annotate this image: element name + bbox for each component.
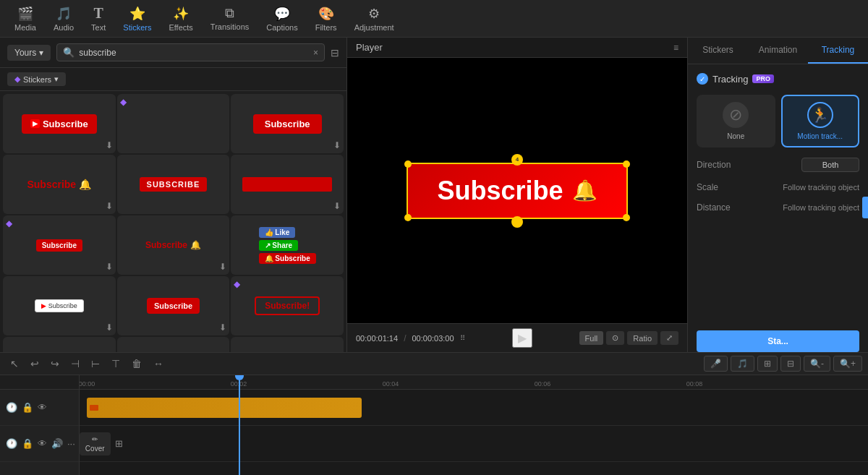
captions-icon: 💬 [274,6,290,22]
track-option-motion[interactable]: 🏃 Motion track... [781,95,860,147]
track-option-motion-label: Motion track... [797,132,843,140]
filter-button[interactable]: ⊟ [331,47,339,59]
track-type-btn[interactable]: ⊞ [757,356,778,372]
clear-search-icon[interactable]: × [313,48,318,58]
tracking-options: ⊘ None 🏃 Motion track... [697,95,859,147]
stickers-tab-icon: ◆ [14,74,20,84]
distance-label: Distance [697,202,731,213]
split-end-button[interactable]: ⊢ [87,356,104,372]
redo-button[interactable]: ↪ [46,356,64,372]
text-icon: T [94,5,103,22]
search-input[interactable] [79,48,309,58]
clock-icon: 🕐 [6,402,17,413]
subscribe-button-sticker: Subscribe 🔔 [407,163,627,219]
sticker-item[interactable]: SUBSCRIBE [117,337,230,352]
split-start-button[interactable]: ⊣ [67,356,84,372]
sticker-item[interactable]: SUBSCRIBE ⬇ [3,337,116,352]
left-panel-header: Yours ▾ 🔍 × ⊟ [0,38,346,68]
none-track-icon: ⊘ [723,102,749,128]
sticker-item[interactable]: Subscribe ⬇ [231,94,344,153]
total-time: 00:00:03:00 [412,334,454,343]
zoom-out-btn[interactable]: 🔍- [804,356,830,372]
delete-button[interactable]: 🗑 [127,356,146,372]
ratio-view-btn[interactable]: Ratio [627,331,658,345]
tab-animation[interactable]: Animation [748,38,808,64]
cover-track-label: 🕐 🔒 👁 🔊 ··· ✏ Cover ⊞ [0,426,79,462]
mic-button[interactable]: 🎤 [704,356,728,372]
player-menu-icon[interactable]: ≡ [673,43,678,53]
search-bar: 🔍 × [56,43,325,61]
toolbar-filters[interactable]: 🎨 Filters [307,3,346,35]
start-tracking-button[interactable]: Sta... [697,330,859,352]
toolbar-captions[interactable]: 💬 Captions [258,3,306,35]
left-panel-tabs: ◆ Stickers ▾ [0,68,346,91]
zoom-in-btn[interactable]: 🔍+ [833,356,862,372]
undo-button[interactable]: ↩ [26,356,43,372]
filters-icon: 🎨 [318,6,334,22]
sticker-item[interactable]: SUBSCRIBE [117,155,230,214]
player-header: Player ≡ [347,38,687,58]
play-button[interactable]: ▶ [512,328,532,348]
audio-track-btn[interactable]: 🎵 [731,356,754,372]
toolbar-text[interactable]: T Text [82,2,114,35]
toolbar-adjustment[interactable]: ⚙ Adjustment [346,3,403,35]
distance-value: Follow tracking object [783,203,859,212]
select-tool[interactable]: ↖ [6,356,23,372]
toolbar-stickers[interactable]: ⭐ Stickers [114,3,160,35]
track-settings-btn[interactable]: ⊟ [780,356,801,372]
lock-icon-2: 🔒 [22,438,33,449]
video-clip[interactable] [87,398,362,418]
stickers-tab[interactable]: ◆ Stickers ▾ [7,72,66,86]
yours-dropdown[interactable]: Yours ▾ [7,45,51,61]
sticker-item[interactable]: Subscribe 🔔 ⬇ [3,155,116,214]
sticker-item[interactable]: Subscribe 🔔 ⬇ [117,215,230,275]
timeline-labels: 🕐 🔒 👁 🕐 🔒 👁 🔊 ··· ✏ Cover ⊞ [0,375,80,475]
adjustment-icon: ⚙ [368,6,380,22]
sticker-item[interactable]: ▶ Subscribe ⬇ [3,94,116,153]
expand-view-btn[interactable]: ⤢ [660,331,678,345]
track-option-none[interactable]: ⊘ None [697,95,775,147]
scale-row: Scale Follow tracking object [697,182,859,192]
tab-tracking[interactable]: Tracking [808,38,868,64]
direction-label: Direction [697,160,731,170]
sticker-item[interactable]: ◆ Subscribe ⬇ [3,215,116,275]
sticker-item[interactable]: 🎀 [231,337,344,352]
timeline-dots: ⠿ [460,334,465,342]
sticker-item[interactable]: 👍 Like ↗ Share 🔔 Subscribe [231,215,344,275]
ruler-mark-0: 00:00 [80,380,95,388]
tracking-header: ✓ Tracking PRO [697,73,859,85]
sticker-item[interactable]: ◆ [117,94,230,153]
timeline-tracks: 00:00 00:02 00:04 00:06 00:08 [80,375,868,475]
main-layout: Yours ▾ 🔍 × ⊟ ◆ Stickers ▾ ▶ Subscri [0,38,868,352]
ruler-mark-6: 00:06 [535,380,551,388]
volume-icon: 🔊 [51,438,63,449]
stickers-icon: ⭐ [129,6,145,22]
download-icon: ⬇ [106,201,113,211]
tracking-toggle[interactable]: ✓ [697,73,708,85]
bottom-section: ↖ ↩ ↪ ⊣ ⊢ ⊤ 🗑 ↔ 🎤 🎵 ⊞ ⊟ 🔍- 🔍+ 🕐 🔒 👁 [0,352,868,475]
premium-icon: ◆ [234,279,240,289]
timeline-content: 🕐 🔒 👁 🕐 🔒 👁 🔊 ··· ✏ Cover ⊞ 00:00 [0,375,868,475]
stretch-button[interactable]: ↔ [149,356,168,372]
stickers-tab-chevron: ▾ [54,74,59,84]
split-button[interactable]: ⊤ [107,356,124,372]
full-view-btn[interactable]: Full [579,331,604,345]
toolbar-audio[interactable]: 🎵 Audio [45,3,82,35]
sticker-item[interactable]: ⬇ [231,155,344,214]
sticker-item[interactable]: ◆ Subscribe! [231,276,344,335]
premium-icon: ◆ [6,218,12,228]
transitions-icon: ⧉ [225,6,234,21]
sticker-item[interactable]: ▶ Subscribe ⬇ [3,276,116,335]
search-icon: 🔍 [63,47,75,58]
eye-icon: 👁 [38,402,47,413]
download-icon: ⬇ [106,140,113,150]
sticker-item[interactable]: Subscribe ⬇ [117,276,230,335]
playhead[interactable] [239,375,240,475]
tab-stickers[interactable]: Stickers [688,38,748,64]
toolbar-transitions[interactable]: ⧉ Transitions [202,3,258,34]
toolbar-effects[interactable]: ✨ Effects [160,3,201,35]
right-panel-tabs: Stickers Animation Tracking [688,38,868,64]
direction-value[interactable]: Both [801,158,859,172]
zoom-view-btn[interactable]: ⊙ [606,331,624,345]
toolbar-media[interactable]: 🎬 Media [6,3,45,35]
